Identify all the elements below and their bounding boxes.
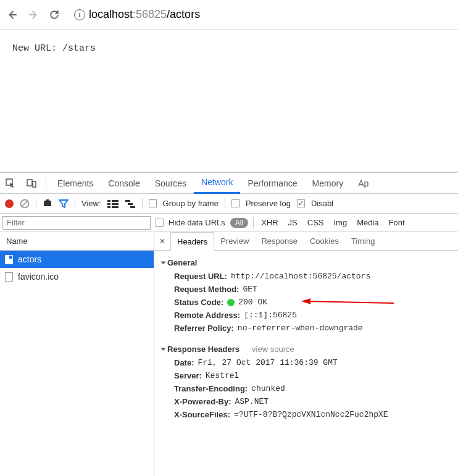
site-info-icon[interactable]: i xyxy=(74,9,85,20)
tab-elements[interactable]: Elements xyxy=(50,173,101,194)
preserve-log-label: Preserve log xyxy=(246,199,291,208)
filter-xhr[interactable]: XHR xyxy=(259,218,280,227)
filter-toggle-icon[interactable] xyxy=(59,199,69,209)
tab-performance[interactable]: Performance xyxy=(240,173,304,194)
clear-button[interactable] xyxy=(20,199,30,209)
svg-rect-9 xyxy=(112,203,119,205)
view-source-link[interactable]: view source xyxy=(252,344,294,354)
svg-rect-1 xyxy=(27,180,32,186)
network-body: Name actors favicon.ico × Headers Previe… xyxy=(0,232,458,476)
tab-console[interactable]: Console xyxy=(101,173,147,194)
svg-rect-5 xyxy=(107,200,110,202)
separator xyxy=(142,198,143,209)
tab-cookies[interactable]: Cookies xyxy=(304,232,345,251)
filter-media[interactable]: Media xyxy=(354,218,381,227)
separator xyxy=(75,198,75,209)
section-toggle-response-headers[interactable]: Response Headers view source xyxy=(162,342,451,356)
inspect-element-icon[interactable] xyxy=(0,178,21,188)
separator xyxy=(46,178,46,189)
disable-cache-checkbox[interactable] xyxy=(297,199,305,207)
request-row-actors[interactable]: actors xyxy=(0,251,154,268)
address-bar[interactable]: i localhost:56825/actors xyxy=(69,5,452,25)
tab-response[interactable]: Response xyxy=(255,232,304,251)
filter-css[interactable]: CSS xyxy=(305,218,327,227)
svg-rect-2 xyxy=(33,182,36,187)
url-path: /actors xyxy=(167,8,200,20)
record-button[interactable] xyxy=(5,199,14,208)
device-toolbar-icon[interactable] xyxy=(21,178,42,188)
section-response-headers: Response Headers view source Date:Fri, 2… xyxy=(154,337,458,424)
url-display: localhost:56825/actors xyxy=(89,8,200,21)
svg-rect-8 xyxy=(112,200,119,202)
devtools-panel: Elements Console Sources Network Perform… xyxy=(0,172,458,476)
page-content: New URL: /stars xyxy=(0,30,458,172)
kv-status-code: Status Code:200 OK xyxy=(162,296,451,309)
separator xyxy=(225,198,225,209)
tab-memory[interactable]: Memory xyxy=(305,173,351,194)
group-by-frame-checkbox[interactable] xyxy=(149,199,157,207)
section-toggle-general[interactable]: General xyxy=(162,256,451,270)
group-by-frame-label: Group by frame xyxy=(163,199,219,208)
tab-timing[interactable]: Timing xyxy=(345,232,381,251)
kv-request-url: Request URL:http://localhost:56825/actor… xyxy=(162,270,451,283)
status-dot-icon xyxy=(227,299,235,306)
svg-rect-13 xyxy=(130,206,135,208)
triangle-down-icon xyxy=(161,261,166,264)
filter-js[interactable]: JS xyxy=(286,218,300,227)
tab-application[interactable]: Ap xyxy=(351,173,376,194)
tab-headers[interactable]: Headers xyxy=(170,232,214,251)
disable-cache-label: Disabl xyxy=(311,199,333,208)
request-row-favicon[interactable]: favicon.ico xyxy=(0,268,154,285)
filter-input[interactable] xyxy=(2,216,151,230)
kv-date: Date:Fri, 27 Oct 2017 11:36:39 GMT xyxy=(162,356,451,369)
svg-rect-6 xyxy=(107,203,110,205)
tab-sources[interactable]: Sources xyxy=(148,173,194,194)
view-label: View: xyxy=(81,199,101,208)
back-button[interactable] xyxy=(6,9,19,21)
devtools-tabs: Elements Console Sources Network Perform… xyxy=(0,173,458,194)
document-icon xyxy=(5,272,13,282)
large-rows-icon[interactable] xyxy=(107,199,119,208)
close-details-button[interactable]: × xyxy=(154,236,170,247)
forward-button[interactable] xyxy=(27,9,40,21)
triangle-down-icon xyxy=(161,348,166,351)
request-name: actors xyxy=(18,254,41,264)
hide-data-urls-label: Hide data URLs xyxy=(169,218,225,227)
kv-request-method: Request Method:GET xyxy=(162,283,451,296)
svg-rect-7 xyxy=(107,206,110,208)
arrow-right-icon xyxy=(28,9,39,20)
screenshot-icon[interactable] xyxy=(43,199,52,209)
arrow-left-icon xyxy=(7,9,18,20)
page-text: New URL: /stars xyxy=(12,43,96,54)
filter-bar: Hide data URLs All XHR JS CSS Img Media … xyxy=(0,214,458,232)
filter-all[interactable]: All xyxy=(230,218,248,228)
filter-img[interactable]: Img xyxy=(331,218,349,227)
url-host: localhost xyxy=(89,8,133,20)
kv-server: Server:Kestrel xyxy=(162,369,451,382)
kv-x-powered-by: X-Powered-By:ASP.NET xyxy=(162,395,451,408)
annotation-arrow-icon xyxy=(301,297,394,307)
separator xyxy=(36,198,36,209)
filter-font[interactable]: Font xyxy=(386,218,407,227)
request-list: Name actors favicon.ico xyxy=(0,232,154,476)
svg-rect-10 xyxy=(112,206,119,208)
tab-network[interactable]: Network xyxy=(194,173,240,194)
waterfall-icon[interactable] xyxy=(125,199,136,208)
browser-toolbar: i localhost:56825/actors xyxy=(0,0,458,30)
kv-x-sourcefiles: X-SourceFiles:=?UTF-8?B?QzpcVXNlcnNcc2Fu… xyxy=(162,408,451,421)
reload-button[interactable] xyxy=(48,9,60,21)
preserve-log-checkbox[interactable] xyxy=(231,199,239,207)
reload-icon xyxy=(48,9,60,21)
section-title: General xyxy=(167,258,197,267)
svg-line-4 xyxy=(22,201,28,206)
url-port: :56825 xyxy=(133,8,167,20)
kv-remote-address: Remote Address:[::1]:56825 xyxy=(162,309,451,322)
section-title: Response Headers xyxy=(167,344,239,354)
kv-referrer-policy: Referrer Policy:no-referrer-when-downgra… xyxy=(162,322,451,335)
column-header-name[interactable]: Name xyxy=(0,232,154,251)
network-toolbar: View: Group by frame Preserve log Disabl xyxy=(0,194,458,214)
svg-rect-12 xyxy=(128,203,133,205)
kv-transfer-encoding: Transfer-Encoding:chunked xyxy=(162,382,451,395)
tab-preview[interactable]: Preview xyxy=(214,232,255,251)
hide-data-urls-checkbox[interactable] xyxy=(156,219,164,227)
